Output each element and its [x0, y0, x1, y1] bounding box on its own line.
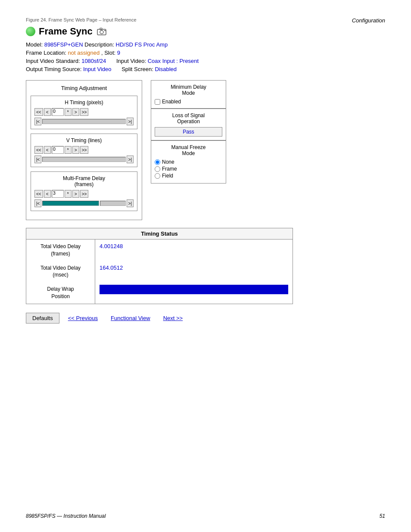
- model-info: Model: 8985FSP+GEN Description: HD/SD FS…: [26, 41, 385, 48]
- slot-label: , Slot:: [101, 50, 115, 56]
- next-button[interactable]: Next >>: [159, 313, 187, 323]
- multi-frame-title: Multi-Frame Delay (frames): [34, 175, 134, 187]
- multi-frame-slider-teal[interactable]: [42, 201, 99, 206]
- figure-caption: Figure 24. Frame Sync Web Page – Input R…: [26, 17, 385, 22]
- h-timing-slider-track[interactable]: [42, 119, 125, 124]
- right-controls: Minimum Delay Mode Enabled Loss of Signa…: [151, 80, 226, 220]
- h-timing-btn-r[interactable]: >: [72, 108, 79, 116]
- split-screen-value: Disabled: [155, 66, 177, 72]
- v-timing-value[interactable]: 0: [52, 146, 64, 154]
- main-content: Timing Adjustment H Timing (pixels) << <…: [26, 80, 385, 220]
- slot-value: 9: [117, 50, 120, 56]
- multi-frame-slider-gray: [100, 201, 126, 206]
- frame-location-value: not assigned: [68, 50, 100, 56]
- model-value: 8985FSP+GEN: [44, 41, 83, 48]
- output-timing-value: Input Video: [83, 66, 112, 72]
- min-delay-checkbox[interactable]: [155, 99, 160, 105]
- split-screen-label: Split Screen:: [121, 66, 153, 72]
- multi-frame-btn-l[interactable]: <: [44, 190, 51, 198]
- multi-frame-value[interactable]: 3: [52, 190, 64, 198]
- h-timing-title: H Timing (pixels): [34, 100, 134, 106]
- h-timing-btn-rr[interactable]: >>: [80, 108, 89, 116]
- min-delay-box: Minimum Delay Mode Enabled: [151, 80, 226, 109]
- multi-frame-slider-row: |< >|: [34, 199, 134, 207]
- h-timing-btn-end[interactable]: >|: [127, 118, 134, 125]
- delay-wrap-bar: [100, 285, 288, 294]
- h-timing-slider-row: |< >|: [34, 118, 134, 125]
- v-timing-panel: V Timing (lines) << < 0 * > >> |< >|: [31, 134, 137, 167]
- multi-frame-btn-r[interactable]: >: [72, 190, 79, 198]
- title-row: Frame Sync: [26, 26, 385, 37]
- footer-right: 51: [380, 513, 385, 519]
- page-container: Configuration Figure 24. Frame Sync Web …: [0, 0, 411, 532]
- multi-frame-btn-star[interactable]: *: [65, 190, 72, 198]
- loss-of-signal-title: Loss of Signal Operation: [155, 112, 222, 124]
- output-timing-label: Output Timing Source:: [26, 66, 81, 72]
- timing-adjustment-title: Timing Adjustment: [31, 85, 137, 91]
- multi-frame-controls-row1: << < 3 * > >>: [34, 190, 134, 198]
- ts-label-frames: Total Video Delay(frames): [26, 240, 95, 261]
- freeze-field-radio[interactable]: [155, 173, 160, 179]
- freeze-field-row[interactable]: Field: [155, 173, 222, 179]
- multi-frame-btn-rr[interactable]: >>: [80, 190, 89, 198]
- v-timing-slider-track[interactable]: [42, 157, 125, 162]
- multi-frame-panel: Multi-Frame Delay (frames) << < 3 * > >>…: [31, 171, 137, 211]
- h-timing-btn-home[interactable]: |<: [34, 118, 41, 125]
- manual-freeze-title: Manual Freeze Mode: [155, 144, 222, 156]
- v-timing-title: V Timing (lines): [34, 137, 134, 143]
- v-timing-btn-rr[interactable]: >>: [80, 146, 89, 154]
- model-label: Model:: [26, 41, 43, 48]
- footer-left: 8985FSP/FS — Instruction Manual: [26, 513, 106, 519]
- frame-location-info: Frame Location: not assigned , Slot: 9: [26, 50, 385, 56]
- svg-rect-2: [100, 28, 102, 30]
- functional-view-button[interactable]: Functional View: [106, 313, 155, 323]
- v-timing-btn-end[interactable]: >|: [127, 156, 134, 163]
- multi-frame-btn-home[interactable]: |<: [34, 199, 41, 207]
- input-standard-label: Input Video Standard:: [26, 58, 80, 64]
- svg-point-1: [100, 31, 103, 34]
- freeze-frame-row[interactable]: Frame: [155, 166, 222, 172]
- input-standard-value: 1080sf/24: [81, 58, 106, 64]
- page-title: Frame Sync: [39, 26, 93, 37]
- v-timing-btn-star[interactable]: *: [65, 146, 72, 154]
- timing-status-section: Timing Status Total Video Delay(frames) …: [26, 228, 385, 304]
- ts-value-frames: 4.001248: [95, 240, 293, 253]
- input-video-label: Input Video:: [116, 58, 146, 64]
- v-timing-btn-r[interactable]: >: [72, 146, 79, 154]
- h-timing-value[interactable]: 0: [52, 108, 64, 116]
- multi-frame-btn-end[interactable]: >|: [127, 199, 134, 207]
- timing-status-header: Timing Status: [26, 228, 293, 240]
- bottom-nav: Defaults << Previous Functional View Nex…: [26, 313, 385, 324]
- previous-button[interactable]: << Previous: [64, 313, 102, 323]
- output-timing-info: Output Timing Source: Input Video Split …: [26, 66, 385, 72]
- freeze-none-row[interactable]: None: [155, 159, 222, 165]
- multi-frame-btn-ll[interactable]: <<: [34, 190, 43, 198]
- h-timing-controls-row1: << < 0 * > >>: [34, 108, 134, 116]
- frame-location-label: Frame Location:: [26, 50, 66, 56]
- ts-label-msec: Total Video Delay(msec): [26, 261, 95, 283]
- defaults-button[interactable]: Defaults: [26, 313, 59, 324]
- table-row: Total Video Delay(frames) 4.001248: [26, 240, 293, 261]
- status-icon-green: [26, 27, 35, 36]
- v-timing-btn-ll[interactable]: <<: [34, 146, 43, 154]
- v-timing-controls-row1: << < 0 * > >>: [34, 146, 134, 154]
- freeze-frame-radio[interactable]: [155, 166, 160, 172]
- h-timing-btn-star[interactable]: *: [65, 108, 72, 116]
- table-row: Delay WrapPosition: [26, 282, 293, 304]
- v-timing-btn-home[interactable]: |<: [34, 156, 41, 163]
- min-delay-checkbox-row[interactable]: Enabled: [155, 99, 222, 105]
- h-timing-btn-ll[interactable]: <<: [34, 108, 43, 116]
- table-row: Total Video Delay(msec) 164.0512: [26, 261, 293, 283]
- min-delay-checkbox-label: Enabled: [162, 99, 181, 105]
- h-timing-btn-l[interactable]: <: [44, 108, 51, 116]
- pass-button[interactable]: Pass: [155, 127, 222, 137]
- configuration-label: Configuration: [352, 17, 385, 24]
- freeze-none-radio[interactable]: [155, 159, 160, 165]
- v-timing-btn-l[interactable]: <: [44, 146, 51, 154]
- ts-value-msec: 164.0512: [95, 261, 293, 274]
- video-standard-info: Input Video Standard: 1080sf/24 Input Vi…: [26, 58, 385, 64]
- description-value: HD/SD FS Proc Amp: [116, 41, 168, 48]
- description-label-text: Description:: [84, 41, 114, 48]
- freeze-frame-label: Frame: [162, 166, 177, 172]
- footer: 8985FSP/FS — Instruction Manual 51: [26, 513, 385, 519]
